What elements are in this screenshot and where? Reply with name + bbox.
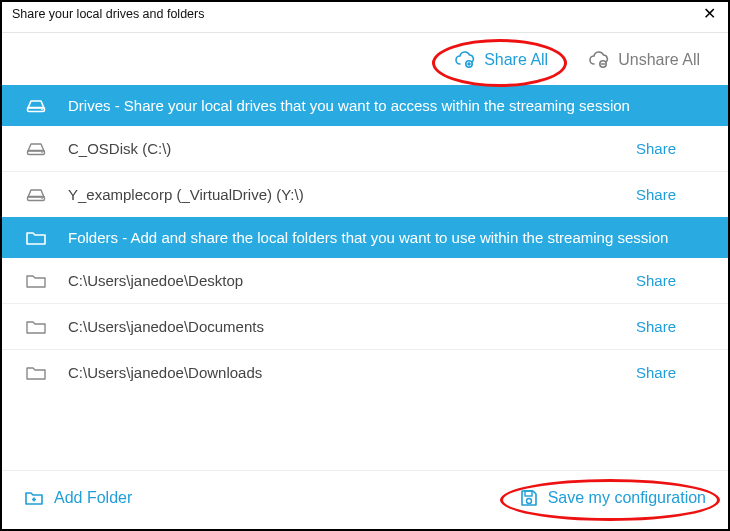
drives-section-header: Drives - Share your local drives that yo… (2, 85, 728, 126)
folder-row: C:\Users\janedoe\Documents Share (2, 304, 728, 349)
folder-row: C:\Users\janedoe\Downloads Share (2, 350, 728, 395)
share-all-label: Share All (484, 51, 548, 69)
top-actions: Share All Unshare All (2, 33, 728, 85)
svg-point-14 (526, 499, 531, 504)
share-button[interactable]: Share (636, 186, 706, 203)
close-icon: ✕ (703, 5, 716, 22)
folder-icon (24, 365, 48, 381)
save-config-label: Save my configuration (548, 489, 706, 507)
share-button[interactable]: Share (636, 364, 706, 381)
folder-label: C:\Users\janedoe\Desktop (68, 272, 616, 289)
share-all-button[interactable]: Share All (454, 51, 548, 69)
folders-header-text: Folders - Add and share the local folder… (68, 229, 668, 246)
drive-row: C_OSDisk (C:\) Share (2, 126, 728, 171)
save-icon (520, 489, 538, 507)
folder-row: C:\Users\janedoe\Desktop Share (2, 258, 728, 303)
drive-row: Y_examplecorp (_VirtualDrive) (Y:\) Shar… (2, 172, 728, 217)
folders-section-header: Folders - Add and share the local folder… (2, 217, 728, 258)
folder-icon (24, 273, 48, 289)
add-folder-label: Add Folder (54, 489, 132, 507)
window-title: Share your local drives and folders (12, 7, 204, 21)
drive-label: Y_examplecorp (_VirtualDrive) (Y:\) (68, 186, 616, 203)
add-folder-icon (24, 490, 44, 506)
cloud-unshare-icon (588, 51, 610, 69)
svg-point-6 (41, 108, 43, 110)
drive-icon (24, 142, 48, 156)
share-button[interactable]: Share (636, 272, 706, 289)
folder-label: C:\Users\janedoe\Downloads (68, 364, 616, 381)
svg-point-10 (41, 197, 42, 198)
drive-icon (24, 99, 48, 113)
share-button[interactable]: Share (636, 140, 706, 157)
folder-icon (24, 319, 48, 335)
title-bar: Share your local drives and folders ✕ (2, 2, 728, 33)
folder-label: C:\Users\janedoe\Documents (68, 318, 616, 335)
svg-point-8 (41, 151, 42, 152)
share-button[interactable]: Share (636, 318, 706, 335)
drive-icon (24, 188, 48, 202)
save-config-button[interactable]: Save my configuration (520, 489, 706, 507)
drives-header-text: Drives - Share your local drives that yo… (68, 97, 630, 114)
folder-icon (24, 230, 48, 246)
bottom-bar: Add Folder Save my configuration (2, 470, 728, 529)
add-folder-button[interactable]: Add Folder (24, 489, 132, 507)
close-button[interactable]: ✕ (701, 6, 718, 22)
unshare-all-button[interactable]: Unshare All (588, 51, 700, 69)
cloud-share-icon (454, 51, 476, 69)
drive-label: C_OSDisk (C:\) (68, 140, 616, 157)
unshare-all-label: Unshare All (618, 51, 700, 69)
